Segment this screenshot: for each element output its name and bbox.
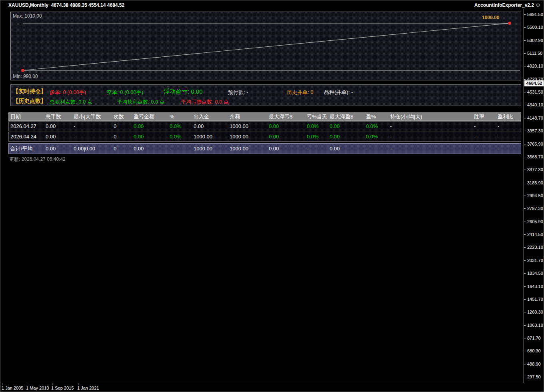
- price-tick: 2031.70: [527, 258, 543, 263]
- cell: 0.00: [330, 122, 340, 131]
- cell: -: [74, 132, 75, 141]
- start-point-dot: [21, 69, 24, 72]
- time-tick-label: 1 Jan 2005: [2, 386, 23, 390]
- cell: 0.0%: [366, 132, 378, 141]
- price-tick: 5111.50: [527, 51, 542, 56]
- table-row: 2026.04.27 0.00 - 0 0.00 0.0% 0.00 1000.…: [8, 121, 521, 131]
- col-header: 最小|大手数: [74, 113, 101, 120]
- time-axis[interactable]: 1 Jan 2005 1 May 2010 1 Sep 2015 1 Jan 2…: [0, 383, 524, 392]
- cell: 0.00: [46, 132, 56, 141]
- cell: 0.00: [269, 144, 279, 154]
- cell: 0: [114, 122, 116, 131]
- realtime-section-title: 【实时持仓】: [13, 88, 46, 95]
- price-tick: 4340.10: [527, 102, 543, 107]
- price-tick: 3185.90: [527, 180, 543, 185]
- equity-curve-svg: [11, 12, 521, 80]
- cell: 1000.00: [194, 132, 212, 141]
- table-header-row: 日期 总手数 最小|大手数 次数 盈亏金额 % 出入金 余额 最大浮亏$ 亏%当…: [8, 112, 521, 121]
- price-tick: 2414.50: [527, 232, 543, 237]
- update-timestamp: 更新: 2026.04.27 06:40:42: [9, 156, 66, 163]
- cell: 0: [114, 132, 116, 141]
- mt4-chart-window: XAUUSD,Monthly 4674.38 4889.35 4554.14 4…: [0, 0, 544, 392]
- col-header: 最大浮亏$: [269, 113, 292, 120]
- floating-pl: 浮动盈亏: 0.00: [164, 88, 203, 96]
- chart-symbol-title: XAUUSD,Monthly 4674.38 4889.35 4554.14 4…: [8, 2, 124, 8]
- cell: 1000.00: [230, 122, 248, 131]
- col-header: 最大浮盈$: [330, 113, 353, 120]
- cell-totals-label: 合计/平均: [10, 144, 33, 154]
- history-section-title: 【历史点数】: [13, 98, 46, 105]
- cell: 0.00: [269, 122, 279, 131]
- current-price-box: 4684.52: [524, 80, 544, 86]
- end-point-dot: [508, 22, 511, 25]
- cell: 0.00: [194, 122, 204, 131]
- price-tick: 871.70: [527, 336, 541, 340]
- cell: 0.00: [134, 144, 144, 154]
- cell: 0.00: [134, 132, 144, 141]
- price-tick: 5691.50: [527, 12, 543, 17]
- account-info-panel: 【实时持仓】 多单: 0 (0.00手) 空单: 0 (0.00手) 浮动盈亏:…: [10, 84, 521, 106]
- time-tick-mark: [2, 383, 2, 385]
- col-header: 出入金: [194, 113, 209, 120]
- table-row: 2026.04.24 0.00 - 0 0.00 0.0% 1000.00 10…: [8, 132, 521, 142]
- price-tick: 2797.30: [527, 206, 543, 211]
- cell: -: [474, 144, 476, 154]
- avg-profit-points: 平均获利点数: 0.0 点: [117, 98, 165, 106]
- table-totals-row: 合计/平均 0.00 0.00|0.00 0 0.00 - 1000.00 10…: [8, 143, 521, 154]
- price-tick: 2605.90: [527, 219, 543, 224]
- cell: 0.0%: [170, 122, 182, 131]
- cell: 0.00|0.00: [74, 144, 95, 154]
- price-tick: 4531.50: [527, 90, 543, 94]
- cell: 0.0%: [307, 122, 319, 131]
- col-header: 盈利比: [498, 113, 513, 120]
- time-tick-mark: [27, 383, 27, 385]
- col-header: 胜率: [474, 113, 484, 120]
- price-tick: 1643.10: [527, 284, 543, 289]
- price-tick: 1063.10: [527, 323, 543, 328]
- price-tick: 4920.10: [527, 64, 543, 68]
- col-header: 盈%: [366, 113, 376, 120]
- cell: 0.00: [46, 122, 56, 131]
- price-tick: 5500.10: [527, 25, 543, 30]
- price-tick: 680.30: [527, 348, 541, 353]
- col-header: %: [170, 113, 174, 120]
- cell: 0.0%: [307, 132, 319, 141]
- cell: -: [366, 144, 368, 154]
- margin-value: 预付款: -: [228, 89, 248, 96]
- price-tick: 488.90: [527, 362, 541, 366]
- price-tick: 2994.50: [527, 193, 543, 198]
- smiley-icon: ☺: [535, 2, 541, 8]
- cell: -: [498, 122, 499, 131]
- price-tick: 3765.90: [527, 142, 543, 146]
- col-header: 余额: [230, 113, 240, 120]
- cell: -: [74, 122, 75, 131]
- price-tick: 3957.30: [527, 128, 543, 133]
- cell-date: 2026.04.24: [10, 132, 36, 141]
- equity-line: [23, 23, 510, 70]
- price-tick: 3568.70: [527, 154, 543, 159]
- cell: -: [498, 144, 499, 154]
- col-header: 持仓(小|均|大): [390, 113, 422, 120]
- cell: -: [307, 144, 308, 154]
- price-tick: 1834.50: [527, 271, 543, 276]
- cell: -: [390, 122, 392, 131]
- price-tick: 297.50: [527, 374, 541, 379]
- cell: 1000.00: [230, 132, 248, 141]
- price-tick: 5302.90: [527, 38, 543, 43]
- time-tick-label: 1 May 2010: [26, 386, 49, 390]
- current-equity-label: 1000.00: [482, 15, 499, 20]
- cell: 1000.00: [230, 144, 248, 154]
- max-label: Max: 1010.00: [13, 13, 42, 19]
- price-tick: 1260.30: [527, 310, 543, 314]
- cell: -: [498, 132, 499, 141]
- cell: -: [474, 132, 476, 141]
- equity-chart-panel: Max: 1010.00 Min: 990.00 1000.00: [10, 12, 521, 80]
- avg-loss-points: 平均亏损点数: 0.0 点: [181, 98, 229, 106]
- price-axis[interactable]: 5691.50 5500.10 5302.90 5111.50 4920.10 …: [524, 9, 544, 383]
- cell: -: [390, 132, 392, 141]
- total-profit-points: 总获利点数: 0.0 点: [50, 98, 92, 106]
- long-orders: 多单: 0 (0.00手): [50, 89, 86, 96]
- short-orders: 空单: 0 (0.00手): [107, 89, 143, 96]
- history-merged: 历史并单: 0: [287, 89, 313, 96]
- cell: 0.00: [46, 144, 56, 154]
